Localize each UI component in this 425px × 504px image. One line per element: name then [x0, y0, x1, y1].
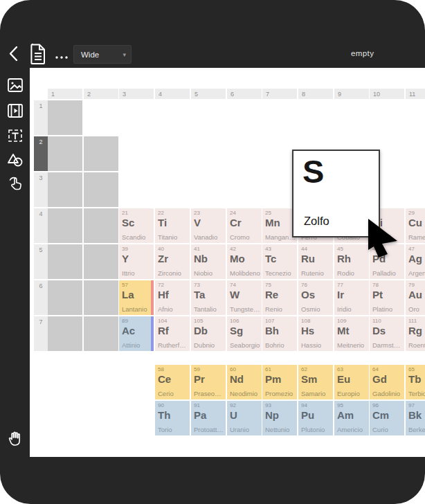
- row-header-3[interactable]: 3: [34, 172, 48, 207]
- element-cell-Nd[interactable]: 60NdNeodimio: [227, 365, 262, 399]
- column-header-3[interactable]: 3: [119, 89, 154, 99]
- element-cell-Re[interactable]: 75ReRenio: [262, 280, 297, 315]
- interact-tool-button[interactable]: [6, 174, 24, 192]
- element-cell-Pt[interactable]: 78PtPlatino: [370, 280, 404, 315]
- element-cell-Pa[interactable]: 91PaProtoattinio: [191, 401, 226, 435]
- element-cell-Cr[interactable]: 24CrCromo: [227, 208, 262, 243]
- placeholder-cell[interactable]: [48, 208, 82, 243]
- element-cell-Rg[interactable]: 111RgRoentgenio: [406, 316, 425, 351]
- pan-tool-button[interactable]: [6, 429, 24, 447]
- element-cell-Np[interactable]: 93NpNettunio: [262, 401, 297, 435]
- placeholder-cell[interactable]: [48, 172, 82, 207]
- placeholder-cell[interactable]: [48, 100, 82, 135]
- element-cell-Ag[interactable]: 47AgArgento: [406, 244, 425, 279]
- element-cell-Cu[interactable]: 29CuRame: [406, 208, 425, 243]
- row-header-6[interactable]: 6: [34, 280, 48, 315]
- element-name: Argento: [408, 269, 425, 277]
- column-header-1[interactable]: 1: [48, 89, 82, 99]
- row-header-5[interactable]: 5: [34, 244, 48, 279]
- element-cell-Sm[interactable]: 62SmSamario: [298, 365, 333, 399]
- element-cell-Hf[interactable]: 72HfAfnio: [155, 280, 190, 315]
- image-tool-button[interactable]: [6, 76, 24, 94]
- document-button[interactable]: [30, 43, 46, 65]
- placeholder-cell[interactable]: [48, 244, 82, 279]
- element-cell-Pm[interactable]: 61PmPromezio: [262, 365, 297, 399]
- element-cell-Am[interactable]: 95AmAmericio: [334, 401, 369, 435]
- column-header-5[interactable]: 5: [191, 89, 226, 99]
- element-cell-Pu[interactable]: 94PuPlutonio: [298, 401, 333, 435]
- element-cell-Ta[interactable]: 73TaTantalio: [191, 280, 226, 315]
- element-cell-Mt[interactable]: 109MtMeitnerio: [334, 316, 369, 351]
- element-cell-Zr[interactable]: 40ZrZirconio: [155, 244, 190, 279]
- element-cell-Mo[interactable]: 42MoMolibdeno: [227, 244, 262, 279]
- element-cell-Bh[interactable]: 107BhBohrio: [262, 316, 297, 351]
- placeholder-cell[interactable]: [48, 136, 82, 171]
- element-cell-Db[interactable]: 105DbDubnio: [191, 316, 226, 351]
- element-symbol: Eu: [337, 373, 368, 385]
- element-number: 60: [230, 367, 260, 373]
- element-cell-Gd[interactable]: 64GdGadolinio: [370, 365, 404, 399]
- column-header-7[interactable]: 7: [262, 89, 297, 99]
- element-cell-V[interactable]: 23VVanadio: [191, 208, 226, 243]
- canvas: 1234567891011123456721ScScandio22TiTitan…: [30, 68, 425, 457]
- back-button[interactable]: [8, 46, 19, 62]
- element-cell-Nb[interactable]: 41NbNiobio: [191, 244, 226, 279]
- element-cell-Cm[interactable]: 96CmCurio: [370, 401, 404, 435]
- element-cell-La[interactable]: 57LaLantanio: [119, 280, 154, 315]
- element-number: 65: [408, 367, 425, 373]
- column-header-11[interactable]: 11: [406, 89, 425, 99]
- element-cell-Ds[interactable]: 110DsDarmstadtio: [370, 316, 404, 351]
- placeholder-cell[interactable]: [84, 280, 118, 315]
- element-cell-Y[interactable]: 39YIttrio: [119, 244, 154, 279]
- element-cell-Th[interactable]: 90ThTorio: [155, 401, 190, 435]
- row-header-2[interactable]: 2: [34, 136, 48, 171]
- element-symbol: V: [194, 217, 224, 228]
- video-tool-button[interactable]: [6, 102, 24, 120]
- more-options-button[interactable]: [55, 51, 70, 64]
- element-number: 94: [301, 403, 332, 409]
- placeholder-cell[interactable]: [84, 316, 118, 351]
- element-cell-Rh[interactable]: 45RhRodio: [334, 244, 369, 279]
- placeholder-cell[interactable]: [84, 244, 118, 279]
- column-header-4[interactable]: 4: [155, 89, 190, 99]
- element-cell-Os[interactable]: 76OsOsmio: [298, 280, 333, 315]
- element-cell-Sg[interactable]: 106SgSeaborgio: [227, 316, 262, 351]
- element-symbol: Y: [122, 253, 152, 264]
- element-cell-Pr[interactable]: 59PrPraseodimio: [191, 365, 226, 399]
- row-header-4[interactable]: 4: [34, 208, 48, 243]
- row-header-1[interactable]: 1: [34, 100, 48, 135]
- placeholder-cell[interactable]: [48, 316, 82, 351]
- column-header-10[interactable]: 10: [370, 89, 404, 99]
- text-tool-button[interactable]: [6, 127, 24, 145]
- column-header-9[interactable]: 9: [334, 89, 369, 99]
- element-cell-Pd[interactable]: 46PdPalladio: [370, 244, 404, 279]
- element-cell-U[interactable]: 92UUranio: [227, 401, 262, 435]
- element-number: 58: [158, 367, 188, 373]
- placeholder-cell[interactable]: [48, 280, 82, 315]
- column-header-6[interactable]: 6: [227, 89, 262, 99]
- element-cell-Ce[interactable]: 58CeCerio: [155, 365, 190, 399]
- column-header-8[interactable]: 8: [298, 89, 333, 99]
- placeholder-cell[interactable]: [84, 172, 118, 207]
- element-cell-W[interactable]: 74WTungsteno: [227, 280, 262, 315]
- placeholder-cell[interactable]: [84, 136, 118, 171]
- element-cell-Rf[interactable]: 104RfRutherfordio: [155, 316, 190, 351]
- element-cell-Ir[interactable]: 77IrIridio: [334, 280, 369, 315]
- element-cell-Ac[interactable]: 89AcAttinio: [119, 316, 154, 351]
- element-cell-Ru[interactable]: 44RuRutenio: [298, 244, 333, 279]
- element-cell-Au[interactable]: 79AuOro: [406, 280, 425, 315]
- element-cell-Tb[interactable]: 65TbTerbio: [406, 365, 425, 399]
- element-cell-Eu[interactable]: 63EuEuropio: [334, 365, 369, 399]
- element-name: Rutherfordio: [158, 341, 188, 349]
- element-cell-Hs[interactable]: 108HsHassio: [298, 316, 333, 351]
- placeholder-cell[interactable]: [84, 208, 118, 243]
- element-cell-Tc[interactable]: 43TcTecnezio: [262, 244, 297, 279]
- element-cell-Ti[interactable]: 22TiTitanio: [155, 208, 190, 243]
- shape-tool-button[interactable]: [6, 151, 24, 169]
- column-header-2[interactable]: 2: [84, 89, 118, 99]
- layout-select[interactable]: Wide ▾: [73, 45, 132, 64]
- element-symbol: Mo: [230, 253, 260, 264]
- element-cell-Sc[interactable]: 21ScScandio: [119, 208, 154, 243]
- row-header-7[interactable]: 7: [34, 316, 48, 351]
- element-cell-Bk[interactable]: 97BkBerkelio: [406, 401, 425, 435]
